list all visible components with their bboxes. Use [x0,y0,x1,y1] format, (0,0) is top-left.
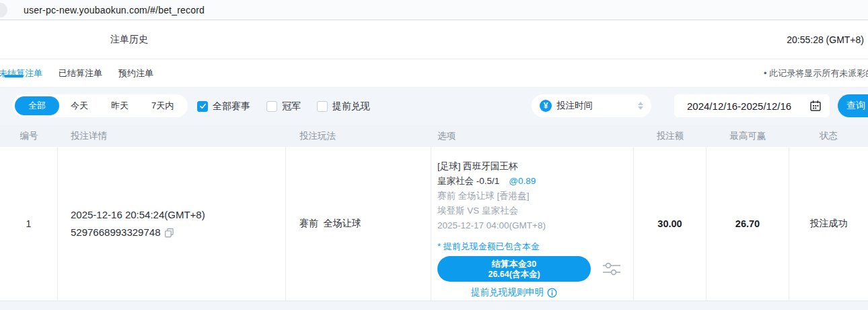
cell-max-win: 26.70 [707,147,789,301]
cell-status: 投注成功 [789,147,868,301]
copy-icon[interactable] [164,228,174,238]
active-tab-indicator [4,75,24,78]
cashout-note: * 提前兑现金额已包含本金 [437,241,633,252]
sort-updown-icon [638,102,643,110]
col-header-play-type: 投注玩法 [286,130,431,142]
page-title: 注单历史 [110,34,148,46]
cell-row-number: 1 [0,147,58,301]
option-match: 埃登斯 VS 皇家社会 [437,204,633,218]
cell-bet-detail: 2025-12-16 20:54:24(GMT+8) 5297668993329… [58,147,286,301]
tab-reserved[interactable]: 预约注单 [116,67,156,80]
page-background [0,301,868,310]
cell-option: [足球] 西班牙国王杯 皇家社会 -0.5/1@0.89 赛前 全场让球 [香港… [431,147,634,301]
col-header-bet-detail: 投注详情 [58,130,286,142]
checkbox-champion-label: 冠军 [282,100,301,113]
checkbox-cashout[interactable]: 提前兑现 [317,100,370,113]
tab-reserved-label: 预约注单 [118,68,153,78]
checkbox-champion[interactable]: 冠军 [266,100,301,113]
event-checkbox-group: 全部赛事 冠军 提前兑现 [197,88,370,125]
site-favicon [0,3,7,18]
bet-time: 2025-12-16 20:54:24(GMT+8) [71,206,285,224]
option-selection-line: 皇家社会 -0.5/1@0.89 [437,174,633,189]
option-selection: 皇家社会 -0.5/1 [437,176,499,186]
cell-stake: 30.00 [634,147,707,301]
filter-bar: 全部 今天 昨天 7天内 全部赛事 冠军 提前兑现 ¥ 投注时间 2024/12… [0,88,868,125]
option-league: [足球] 西班牙国王杯 [437,159,633,174]
col-header-status: 状态 [789,130,868,142]
time-filter-group: 全部 今天 昨天 7天内 [12,94,188,117]
checkbox-all-events[interactable]: 全部赛事 [197,100,250,113]
tab-settled[interactable]: 已结算注单 [56,67,105,80]
checkbox-unchecked-icon[interactable] [266,101,277,112]
date-range-value: 2024/12/16-2025/12/16 [687,100,791,112]
cashout-rules-label: 提前兑现规则申明 [471,286,544,299]
tab-unsettled[interactable]: 未结算注单 [0,67,45,80]
sort-select-label: 投注时间 [556,100,593,112]
table-row: 1 2025-12-16 20:54:24(GMT+8) 52976689933… [0,147,868,301]
url-text[interactable]: user-pc-new.youbaokun.com/#/bet_record [24,5,205,16]
yuan-circle-icon: ¥ [540,100,552,112]
bet-time-sort-select[interactable]: ¥ 投注时间 [532,94,651,117]
cashout-button[interactable]: 结算本金30 26.64(含本金) [437,256,591,282]
cell-play-type: 赛前 全场让球 [286,147,431,301]
filter-pill-today[interactable]: 今天 [59,96,100,115]
option-odds: @0.89 [509,176,536,186]
record-note: • 此记录将显示所有未派彩的投 [764,67,868,80]
option-match-time: 2025-12-17 04:00(GMT+8) [437,218,633,233]
checkbox-unchecked-icon[interactable] [317,101,328,112]
checkbox-checked-icon[interactable] [197,101,208,112]
cashout-button-line2: 26.64(含本金) [488,270,540,280]
search-button[interactable]: 查询 [838,94,868,117]
col-header-stake: 投注额 [634,130,707,142]
col-header-option: 选项 [431,130,634,142]
page-header: 注单历史 20:55:28 (GMT+8) [0,20,868,59]
cashout-button-line1: 结算本金30 [492,259,536,270]
calendar-icon [809,100,822,112]
cashout-rules-link[interactable]: 提前兑现规则申明 [437,286,591,299]
browser-address-bar[interactable]: user-pc-new.youbaokun.com/#/bet_record [0,0,868,20]
filter-pill-7days[interactable]: 7天内 [140,96,185,115]
col-header-no: 编号 [0,130,58,142]
table-header-row: 编号 投注详情 投注玩法 选项 投注额 最高可赢 状态 [0,125,868,147]
info-icon [547,288,557,298]
checkbox-cashout-label: 提前兑现 [332,100,370,113]
server-clock: 20:55:28 (GMT+8) [787,34,864,45]
date-range-input[interactable]: 2024/12/16-2025/12/16 [674,94,830,117]
filter-pill-yesterday[interactable]: 昨天 [100,96,140,115]
sliders-icon[interactable] [602,261,622,276]
tab-settled-label: 已结算注单 [59,68,102,78]
checkbox-all-events-label: 全部赛事 [213,100,250,113]
tab-bar: 未结算注单 已结算注单 预约注单 • 此记录将显示所有未派彩的投 [0,59,868,88]
option-market: 赛前 全场让球 [香港盘] [437,189,633,204]
filter-pill-all[interactable]: 全部 [15,96,59,115]
col-header-max-win: 最高可赢 [707,130,789,142]
bet-id: 5297668993329748 [71,224,160,241]
